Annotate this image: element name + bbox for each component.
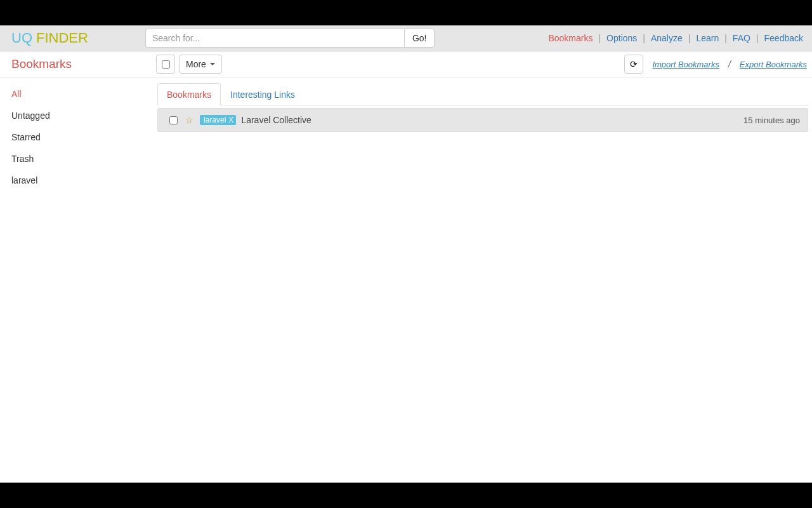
refresh-icon: ⟳ bbox=[630, 59, 638, 69]
select-all-checkbox[interactable] bbox=[162, 60, 170, 69]
list-toolbar: More ⟳ Import Bookmarks / Export Bookmar… bbox=[154, 51, 812, 77]
top-nav-links: Bookmarks| Options| Analyze| Learn| FAQ|… bbox=[548, 33, 803, 43]
bookmark-row[interactable]: ☆ laravel X Laravel Collective 15 minute… bbox=[157, 108, 808, 132]
row-checkbox[interactable] bbox=[169, 116, 178, 124]
brand-finder: FINDER bbox=[36, 30, 88, 46]
sidebar-filter-list: All Untagged Starred Trash laravel bbox=[0, 78, 154, 196]
nav-options[interactable]: Options bbox=[606, 33, 637, 43]
tab-interesting[interactable]: Interesting Links bbox=[221, 83, 304, 105]
nav-faq[interactable]: FAQ bbox=[733, 33, 750, 43]
content-tabs: Bookmarks Interesting Links bbox=[157, 83, 808, 105]
nav-bookmarks[interactable]: Bookmarks bbox=[548, 33, 593, 43]
nav-learn[interactable]: Learn bbox=[696, 33, 719, 43]
more-dropdown-button[interactable]: More bbox=[179, 55, 222, 74]
more-label: More bbox=[186, 59, 206, 69]
sidebar: Bookmarks All Untagged Starred Trash lar… bbox=[0, 51, 154, 483]
nav-feedback[interactable]: Feedback bbox=[764, 33, 803, 43]
bookmark-list: ☆ laravel X Laravel Collective 15 minute… bbox=[154, 105, 812, 132]
star-icon[interactable]: ☆ bbox=[185, 115, 193, 125]
io-separator: / bbox=[728, 59, 731, 69]
nav-analyze[interactable]: Analyze bbox=[651, 33, 683, 43]
main-panel: More ⟳ Import Bookmarks / Export Bookmar… bbox=[154, 51, 812, 483]
row-tag-label: laravel bbox=[204, 116, 226, 124]
sidebar-item-all[interactable]: All bbox=[0, 84, 154, 104]
refresh-button[interactable]: ⟳ bbox=[624, 55, 643, 74]
top-navbar: UQ FINDER Go! Bookmarks| Options| Analyz… bbox=[0, 25, 812, 51]
sidebar-item-untagged[interactable]: Untagged bbox=[0, 106, 154, 125]
search-form: Go! bbox=[145, 29, 435, 48]
sidebar-item-starred[interactable]: Starred bbox=[0, 128, 154, 147]
row-tag[interactable]: laravel X bbox=[200, 115, 236, 125]
sidebar-item-trash[interactable]: Trash bbox=[0, 149, 154, 168]
sidebar-item-laravel[interactable]: laravel bbox=[0, 171, 154, 190]
brand-uq: UQ bbox=[11, 30, 32, 46]
caret-down-icon bbox=[210, 63, 215, 65]
sidebar-title: Bookmarks bbox=[0, 51, 154, 78]
tab-bookmarks[interactable]: Bookmarks bbox=[157, 83, 221, 105]
row-timestamp: 15 minutes ago bbox=[743, 116, 800, 125]
remove-tag-icon[interactable]: X bbox=[228, 116, 233, 124]
search-go-button[interactable]: Go! bbox=[404, 29, 435, 48]
import-bookmarks-link[interactable]: Import Bookmarks bbox=[652, 60, 719, 69]
row-title[interactable]: Laravel Collective bbox=[241, 115, 311, 125]
select-all-wrapper[interactable] bbox=[156, 55, 175, 74]
export-bookmarks-link[interactable]: Export Bookmarks bbox=[740, 60, 807, 69]
brand-logo[interactable]: UQ FINDER bbox=[11, 30, 88, 46]
search-input[interactable] bbox=[145, 29, 404, 48]
